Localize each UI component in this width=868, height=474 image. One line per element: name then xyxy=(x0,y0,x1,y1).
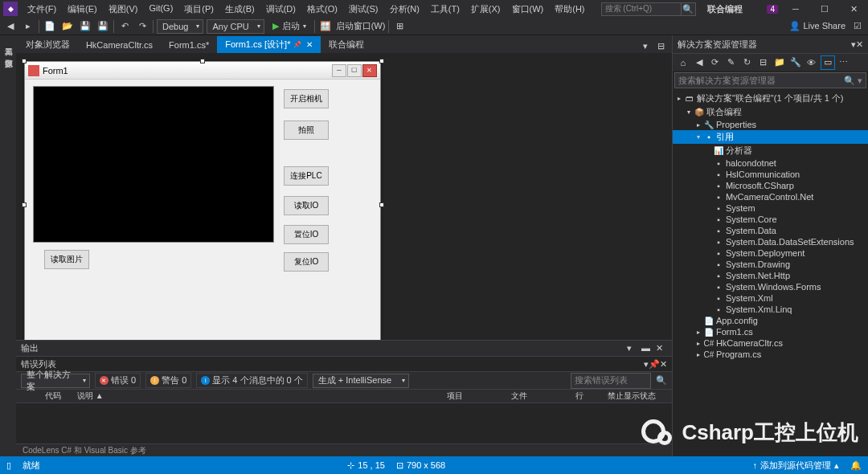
read-io-button[interactable]: 读取IO xyxy=(284,196,329,215)
doc-tab[interactable]: 对象浏览器 xyxy=(18,36,78,53)
tree-node[interactable]: ▸🗃解决方案"联合编程"(1 个项目/共 1 个) xyxy=(673,92,868,105)
sx-more-icon[interactable]: ⋯ xyxy=(837,55,851,70)
load-image-button[interactable]: 读取图片 xyxy=(44,250,89,269)
tree-node[interactable]: ▪Microsoft.CSharp xyxy=(673,180,868,191)
errlist-col[interactable]: 说明 ▲ xyxy=(69,390,439,402)
sx-view-icon[interactable]: ▭ xyxy=(821,55,835,70)
redo-icon[interactable]: ↷ xyxy=(135,19,149,34)
resize-handle[interactable] xyxy=(22,59,27,63)
menu-分析(N)[interactable]: 分析(N) xyxy=(385,2,424,17)
sx-refresh-icon[interactable]: ↻ xyxy=(740,55,755,70)
startwin-icon[interactable]: 🪟 xyxy=(318,19,333,34)
feedback-icon[interactable]: ☑ xyxy=(850,19,865,34)
panel-pin-icon[interactable]: ▬ xyxy=(641,343,653,354)
menu-生成(B)[interactable]: 生成(B) xyxy=(220,2,260,17)
menu-扩展(X)[interactable]: 扩展(X) xyxy=(466,2,506,17)
save-icon[interactable]: 💾 xyxy=(78,19,92,34)
form1-window[interactable]: Form1 ─ ☐ ✕ 开启相机 拍照 连接PLC 读取IO 置位IO 复位IO… xyxy=(24,61,381,340)
sx-home-icon[interactable]: ⌂ xyxy=(676,55,690,70)
messages-filter[interactable]: i显示 4 个消息中的 0 个 xyxy=(196,373,307,388)
sx-back-icon[interactable]: ◀ xyxy=(692,55,706,70)
tree-node[interactable]: ▪System.Drawing xyxy=(673,259,868,270)
search-icon[interactable]: 🔍 xyxy=(682,2,696,16)
tree-node[interactable]: ▸C#Program.cs xyxy=(673,349,868,360)
toolbox-tab[interactable]: 工具箱 xyxy=(0,37,16,47)
errors-filter[interactable]: ✕错误 0 xyxy=(95,373,141,388)
tree-node[interactable]: ▸C#HkCameraCltr.cs xyxy=(673,337,868,349)
errlist-scope-dropdown[interactable]: 整个解决方案 xyxy=(21,374,90,388)
config-dropdown[interactable]: Debug xyxy=(157,19,203,34)
resize-handle[interactable] xyxy=(22,202,27,207)
resize-handle[interactable] xyxy=(379,202,384,207)
tree-node[interactable]: ▾▪引用 xyxy=(673,130,868,144)
tree-node[interactable]: ▪System xyxy=(673,202,868,214)
warnings-filter[interactable]: !警告 0 xyxy=(145,373,191,388)
align-icon[interactable]: ⊞ xyxy=(392,19,407,34)
tab-split-icon[interactable]: ⊟ xyxy=(654,39,669,53)
search-icon[interactable]: 🔍 xyxy=(656,375,667,386)
picturebox[interactable] xyxy=(33,86,274,243)
sx-close-icon[interactable]: ✕ xyxy=(856,39,863,50)
menu-视图(V)[interactable]: 视图(V) xyxy=(104,2,143,17)
set-io-button[interactable]: 置位IO xyxy=(284,225,329,244)
doc-tab[interactable]: 联合编程 xyxy=(321,36,372,53)
tree-node[interactable]: ▪System.Windows.Forms xyxy=(673,281,868,292)
tree-node[interactable]: 📊分析器 xyxy=(673,144,868,157)
sx-properties-icon[interactable]: 🔧 xyxy=(788,55,803,70)
errlist-col[interactable]: 项目 xyxy=(439,390,503,402)
doc-tab[interactable]: Form1.cs [设计]*📌✕ xyxy=(217,36,321,53)
sx-preview-icon[interactable]: 👁 xyxy=(805,55,819,70)
panel-close-icon[interactable]: ✕ xyxy=(656,343,667,354)
errlist-pin-icon[interactable]: 📌 xyxy=(649,359,660,370)
form-designer-surface[interactable]: Form1 ─ ☐ ✕ 开启相机 拍照 连接PLC 读取IO 置位IO 复位IO… xyxy=(16,53,672,340)
save-all-icon[interactable]: 💾 xyxy=(96,19,110,34)
datasource-tab[interactable]: 数据源 xyxy=(0,48,16,58)
start-button[interactable]: ▶启动▾ xyxy=(268,20,311,32)
output-panel-header[interactable]: 输出 ▾ ▬ ✕ xyxy=(16,340,672,356)
menu-Git(G)[interactable]: Git(G) xyxy=(144,2,178,17)
tree-node[interactable]: ▪MvCameraControl.Net xyxy=(673,191,868,202)
tree-node[interactable]: ▸🔧Properties xyxy=(673,119,868,130)
tab-overflow-icon[interactable]: ▾ xyxy=(638,39,653,53)
sx-showall-icon[interactable]: 📁 xyxy=(772,55,787,70)
platform-dropdown[interactable]: Any CPU xyxy=(207,19,264,34)
status-bell-icon[interactable]: 🔔 xyxy=(850,460,862,471)
tree-node[interactable]: ▪System.Data xyxy=(673,225,868,236)
tree-node[interactable]: ▪HslCommunication xyxy=(673,169,868,180)
tree-node[interactable]: ▪System.Core xyxy=(673,214,868,225)
doc-tab[interactable]: HkCameraCltr.cs xyxy=(78,36,161,53)
reset-io-button[interactable]: 复位IO xyxy=(284,252,329,272)
errlist-col[interactable]: 行 xyxy=(567,390,600,402)
errlist-col[interactable]: 文件 xyxy=(503,390,567,402)
menu-窗口(W)[interactable]: 窗口(W) xyxy=(507,2,549,17)
menu-帮助(H)[interactable]: 帮助(H) xyxy=(550,2,589,17)
new-item-icon[interactable]: 📄 xyxy=(43,19,57,34)
status-source-control[interactable]: ↑ 添加到源代码管理 ▴ xyxy=(753,460,840,472)
errlist-close-icon[interactable]: ✕ xyxy=(660,359,667,370)
undo-icon[interactable]: ↶ xyxy=(117,19,132,34)
nav-back-icon[interactable]: ◀ xyxy=(3,19,18,34)
snap-button[interactable]: 拍照 xyxy=(284,121,329,140)
sx-collapse-icon[interactable]: ⊟ xyxy=(756,55,771,70)
tree-node[interactable]: ▪System.Xml.Linq xyxy=(673,304,868,315)
resize-handle[interactable] xyxy=(379,59,384,63)
tree-node[interactable]: ▪System.Data.DataSetExtensions xyxy=(673,236,868,247)
search-box[interactable]: 搜索 (Ctrl+Q) xyxy=(601,2,682,16)
tree-node[interactable]: 📄App.config xyxy=(673,315,868,326)
panel-dropdown-icon[interactable]: ▾ xyxy=(627,343,638,354)
menu-编辑(E)[interactable]: 编辑(E) xyxy=(63,2,102,17)
menu-文件(F)[interactable]: 文件(F) xyxy=(23,2,61,17)
maximize-button[interactable]: ☐ xyxy=(813,1,836,17)
tree-node[interactable]: ▪halcondotnet xyxy=(673,157,868,169)
tree-node[interactable]: ▪System.Deployment xyxy=(673,247,868,259)
tree-node[interactable]: ▾📦联合编程 xyxy=(673,105,868,119)
tree-node[interactable]: ▸📄Form1.cs xyxy=(673,326,868,337)
open-icon[interactable]: 📂 xyxy=(60,19,75,34)
menu-格式(O)[interactable]: 格式(O) xyxy=(302,2,342,17)
errlist-col[interactable]: 禁止显示状态 xyxy=(600,390,672,402)
sx-pen-icon[interactable]: ✎ xyxy=(724,55,739,70)
intellisense-dropdown[interactable]: 生成 + IntelliSense xyxy=(313,374,409,388)
liveshare-button[interactable]: 👤 Live Share xyxy=(789,21,845,31)
startwin-label[interactable]: 启动窗口(W) xyxy=(336,20,386,32)
nav-fwd-icon[interactable]: ▸ xyxy=(21,19,35,34)
